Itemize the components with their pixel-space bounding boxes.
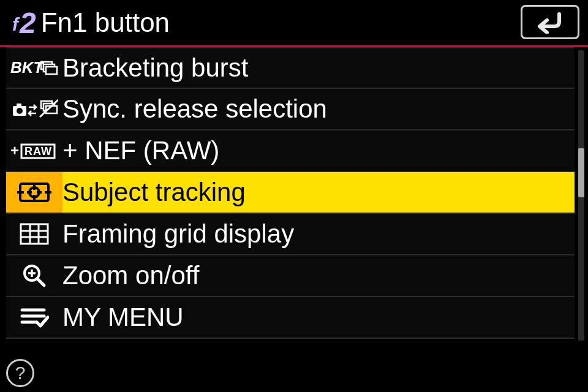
menu-item-label: Subject tracking: [62, 178, 246, 207]
menu-item-subject-tracking[interactable]: Subject tracking: [6, 172, 575, 214]
svg-text:BKT: BKT: [10, 58, 45, 77]
menu-item-label: Framing grid display: [62, 219, 294, 249]
menu-item-label: Bracketing burst: [62, 53, 248, 83]
menu-item-framing-grid[interactable]: Framing grid display: [6, 214, 575, 255]
page-title: Fn1 button: [41, 7, 170, 38]
back-button[interactable]: [521, 5, 579, 39]
bkt-burst-icon: BKT: [6, 56, 62, 80]
svg-point-6: [17, 108, 23, 114]
help-icon: ?: [15, 363, 26, 383]
menu-item-bracketing-burst[interactable]: BKT Bracketing burst: [6, 47, 575, 89]
menu-item-label: MY MENU: [62, 303, 184, 332]
svg-rect-22: [21, 224, 48, 244]
svg-rect-5: [17, 104, 21, 107]
plus-raw-icon: + RAW: [6, 138, 62, 163]
sync-release-icon: [6, 96, 62, 122]
zoom-icon: [6, 262, 62, 289]
menu-item-sync-release[interactable]: Sync. release selection: [6, 89, 575, 130]
menu-list-area: BKT Bracketing burst: [0, 47, 588, 347]
menu-item-label: Zoom on/off: [62, 261, 199, 290]
menu-item-label: + NEF (RAW): [62, 136, 219, 165]
grid-icon: [6, 223, 62, 245]
scrollbar[interactable]: [578, 50, 584, 341]
back-arrow-icon: [535, 10, 565, 34]
svg-text:RAW: RAW: [24, 145, 52, 157]
menu-item-my-menu[interactable]: MY MENU: [6, 297, 575, 339]
menu-item-plus-raw[interactable]: + RAW + NEF (RAW): [6, 130, 575, 172]
menu-item-label: Sync. release selection: [62, 94, 327, 124]
menu-code-number: 2: [20, 6, 36, 40]
my-menu-icon: [6, 305, 62, 330]
menu-list: BKT Bracketing burst: [6, 47, 575, 339]
svg-line-28: [37, 279, 44, 285]
svg-rect-3: [46, 67, 57, 74]
svg-text:+: +: [10, 142, 19, 159]
header-bar: f 2 Fn1 button: [0, 0, 588, 45]
help-button[interactable]: ?: [6, 359, 34, 387]
menu-item-zoom[interactable]: Zoom on/off: [6, 255, 575, 297]
scrollbar-thumb[interactable]: [578, 148, 584, 197]
subject-track-icon: [6, 172, 62, 213]
menu-code-prefix: f: [12, 14, 18, 35]
